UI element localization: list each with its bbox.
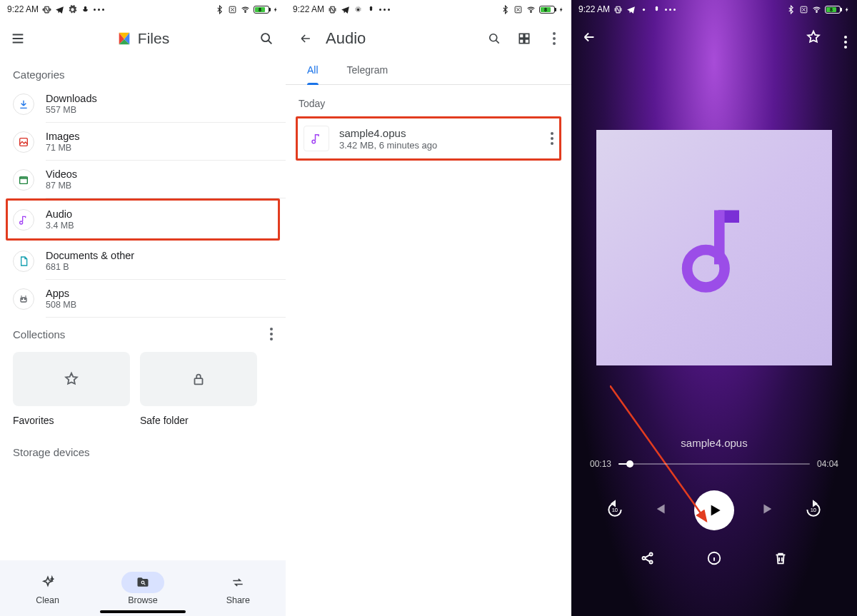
annotation-highlight-file: sample4.opus 3.42 MB, 6 minutes ago	[296, 116, 561, 161]
category-name: Apps	[46, 288, 76, 299]
telegram-icon	[626, 5, 636, 14]
screenshot-audio-player: 9:22 AM 8	[571, 0, 857, 616]
svg-rect-5	[20, 138, 28, 146]
seek-bar[interactable]	[618, 463, 810, 465]
search-button[interactable]	[484, 31, 504, 46]
svg-point-35	[649, 560, 652, 563]
share-button[interactable]	[640, 550, 656, 569]
hamburger-menu-button[interactable]	[10, 31, 27, 46]
file-overflow-button[interactable]	[551, 132, 553, 145]
safe-folder-card[interactable]	[140, 352, 257, 406]
more-vertical-icon	[553, 32, 556, 45]
bluetooth-icon	[501, 5, 510, 14]
tab-telegram[interactable]: Telegram	[347, 64, 389, 84]
category-name: Videos	[46, 168, 77, 180]
status-bar: 9:22 AM 8	[286, 0, 571, 19]
video-icon	[18, 174, 29, 186]
status-time: 9:22 AM	[578, 4, 610, 14]
search-icon	[487, 31, 501, 46]
more-horizontal-icon	[379, 9, 390, 11]
more-vertical-icon[interactable]	[270, 328, 273, 340]
safe-folder-label: Safe folder	[127, 410, 244, 426]
battery-icon: 8	[539, 6, 555, 14]
album-art-placeholder	[596, 130, 832, 365]
track-title: sample4.opus	[571, 437, 857, 449]
hamburger-icon	[10, 31, 26, 46]
more-horizontal-icon	[94, 9, 104, 11]
group-heading-today: Today	[286, 85, 571, 116]
svg-rect-14	[370, 6, 372, 11]
skip-next-icon	[760, 500, 778, 518]
tab-all[interactable]: All	[307, 64, 319, 84]
tab-label: Browse	[128, 595, 158, 605]
tab-browse[interactable]: Browse	[121, 572, 164, 605]
app-bar: Files	[0, 19, 286, 59]
charging-icon	[558, 5, 564, 14]
charging-icon	[273, 5, 279, 14]
back-button[interactable]	[581, 29, 597, 48]
more-vertical-icon	[844, 36, 847, 49]
category-name: Audio	[46, 208, 74, 220]
image-icon	[18, 136, 29, 148]
wifi-icon	[241, 5, 250, 14]
vibrate-icon	[613, 5, 623, 14]
forward-10-button[interactable]: 10	[804, 500, 823, 521]
no-sim-icon	[228, 5, 237, 14]
info-button[interactable]	[706, 550, 722, 569]
svg-text:10: 10	[612, 507, 618, 513]
svg-rect-10	[195, 378, 203, 384]
category-audio[interactable]: Audio 3.4 MB	[8, 201, 278, 238]
status-bar: 9:22 AM 8	[571, 0, 857, 19]
favorites-card[interactable]	[13, 352, 130, 406]
category-name: Downloads	[46, 93, 97, 104]
bottom-actions	[571, 550, 857, 569]
bluetooth-icon	[786, 5, 796, 14]
battery-icon: 8	[825, 6, 841, 14]
view-grid-button[interactable]	[514, 31, 534, 46]
battery-icon: 8	[254, 6, 269, 14]
svg-rect-19	[525, 34, 529, 38]
file-row[interactable]: sample4.opus 3.42 MB, 6 minutes ago	[298, 118, 559, 158]
tab-clean[interactable]: Clean	[26, 572, 69, 605]
svg-point-4	[261, 34, 269, 41]
status-bar: 9:22 AM 8	[0, 0, 286, 19]
category-images[interactable]: Images 71 MB	[0, 123, 286, 161]
screenshot-files-home: 9:22 AM 8	[0, 0, 286, 616]
search-button[interactable]	[259, 31, 276, 46]
category-size: 681 B	[46, 262, 134, 272]
next-track-button[interactable]	[760, 500, 778, 521]
category-videos[interactable]: Videos 87 MB	[0, 161, 286, 198]
mic-icon	[652, 5, 661, 14]
wifi-icon	[526, 5, 536, 14]
rewind-10-button[interactable]: 10	[606, 500, 624, 521]
forward-10-icon: 10	[804, 500, 823, 518]
favorites-label: Favorites	[0, 410, 117, 426]
favorite-button[interactable]	[806, 29, 821, 48]
category-documents[interactable]: Documents & other 681 B	[0, 242, 286, 280]
svg-point-23	[643, 8, 645, 10]
delete-button[interactable]	[773, 550, 788, 569]
overflow-menu-button[interactable]	[544, 32, 564, 45]
star-icon	[806, 29, 821, 45]
annotation-highlight-audio: Audio 3.4 MB	[6, 198, 280, 241]
sparkle-icon	[41, 575, 55, 590]
files-app-logo-icon	[116, 31, 132, 46]
document-icon	[18, 256, 29, 267]
bottom-nav: Clean Browse Share	[0, 560, 286, 616]
category-size: 557 MB	[46, 105, 97, 115]
lock-icon	[191, 371, 206, 387]
app-title: Files	[138, 30, 169, 47]
category-downloads[interactable]: Downloads 557 MB	[0, 85, 286, 123]
tab-label: Clean	[36, 595, 59, 605]
overflow-menu-button[interactable]	[844, 29, 847, 49]
play-button[interactable]	[694, 490, 734, 530]
vibrate-icon	[42, 5, 51, 14]
svg-point-8	[21, 298, 22, 299]
category-apps[interactable]: Apps 508 MB	[0, 280, 286, 318]
tab-share[interactable]: Share	[216, 572, 259, 605]
time-total: 04:04	[817, 459, 838, 469]
previous-track-button[interactable]	[650, 500, 668, 521]
telegram-icon	[341, 5, 350, 14]
back-button[interactable]	[296, 31, 316, 46]
player-top-bar	[571, 19, 857, 59]
